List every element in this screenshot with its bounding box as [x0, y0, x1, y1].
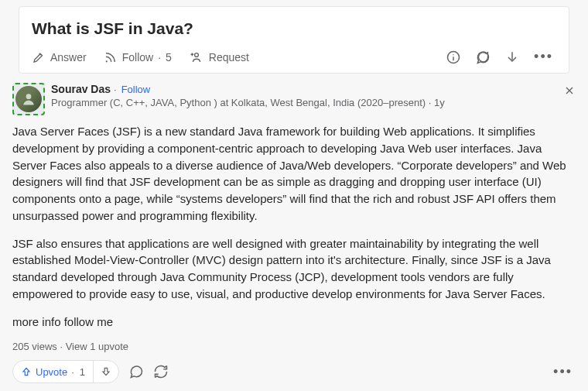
- follow-count: 5: [166, 51, 172, 63]
- svg-point-1: [194, 53, 198, 57]
- follow-label: Follow: [122, 51, 153, 63]
- author-avatar[interactable]: [12, 83, 45, 115]
- answer-stats: 205 views · View 1 upvote: [12, 341, 576, 352]
- answer-time[interactable]: 1y: [434, 97, 445, 108]
- answer-body: Java Server Faces (JSF) is a new standar…: [12, 123, 576, 330]
- dismiss-answer-button[interactable]: [563, 84, 576, 99]
- comment-icon: [475, 50, 491, 65]
- answer-card: Sourav Das·Follow Programmer (C, C++, JA…: [0, 80, 588, 391]
- view-count: 205 views: [12, 341, 57, 352]
- answer-label: Answer: [50, 51, 87, 63]
- question-actions-left: Answer Follow · 5 Request: [32, 50, 249, 64]
- person-plus-icon: [189, 50, 204, 64]
- separator-dot: ·: [71, 366, 74, 378]
- author-credentials: Programmer (C, C++, JAVA, Python ) at Ko…: [51, 97, 426, 108]
- comment-button[interactable]: [475, 50, 491, 65]
- upvote-views-link[interactable]: View 1 upvote: [66, 341, 128, 352]
- comment-answer-button[interactable]: [128, 364, 144, 379]
- question-actions-right: •••: [446, 49, 556, 65]
- answer-footer: Upvote · 1 •••: [12, 360, 576, 383]
- more-answer-button[interactable]: •••: [553, 364, 576, 380]
- upvote-icon: [21, 366, 32, 377]
- upvote-button[interactable]: Upvote · 1: [13, 361, 93, 382]
- answer-button[interactable]: Answer: [32, 50, 87, 64]
- question-card: What is JSF in Java? Answer Follow · 5 R…: [19, 6, 569, 74]
- down-arrow-icon: [504, 50, 520, 65]
- separator-dot: ·: [429, 97, 434, 108]
- vote-pill: Upvote · 1: [12, 360, 119, 383]
- author-name[interactable]: Sourav Das: [51, 83, 111, 95]
- close-icon: [563, 84, 576, 97]
- upvote-count: 1: [80, 366, 85, 378]
- info-button[interactable]: [446, 50, 461, 65]
- separator-dot: ·: [158, 51, 161, 63]
- downvote-icon: [101, 366, 111, 377]
- answer-paragraph: JSF also ensures that applications are w…: [12, 235, 576, 303]
- question-title: What is JSF in Java?: [32, 19, 556, 38]
- question-actions-bar: Answer Follow · 5 Request •••: [32, 49, 556, 65]
- rss-icon: [104, 50, 118, 64]
- svg-point-0: [105, 60, 107, 62]
- svg-point-3: [453, 54, 453, 55]
- footer-left: Upvote · 1: [12, 360, 169, 383]
- more-question-button[interactable]: •••: [534, 49, 556, 65]
- separator-dot: ·: [60, 341, 65, 352]
- request-button[interactable]: Request: [189, 50, 249, 64]
- separator-dot: ·: [114, 84, 117, 95]
- upvote-label: Upvote: [36, 366, 67, 378]
- downvote-question-button[interactable]: [504, 50, 520, 65]
- follow-question-button[interactable]: Follow · 5: [104, 50, 172, 64]
- svg-point-4: [26, 94, 32, 99]
- share-cycle-icon: [153, 364, 169, 379]
- answer-paragraph: more info follow me: [12, 314, 576, 331]
- info-icon: [446, 50, 461, 65]
- author-info: Sourav Das·Follow Programmer (C, C++, JA…: [51, 83, 445, 108]
- compose-icon: [32, 50, 46, 64]
- avatar-image: [15, 86, 42, 112]
- share-answer-button[interactable]: [153, 364, 169, 379]
- comment-icon: [128, 364, 144, 379]
- downvote-button[interactable]: [93, 361, 118, 382]
- follow-author-link[interactable]: Follow: [121, 84, 151, 95]
- answer-header: Sourav Das·Follow Programmer (C, C++, JA…: [12, 83, 576, 115]
- request-label: Request: [209, 51, 249, 63]
- answer-paragraph: Java Server Faces (JSF) is a new standar…: [12, 123, 576, 225]
